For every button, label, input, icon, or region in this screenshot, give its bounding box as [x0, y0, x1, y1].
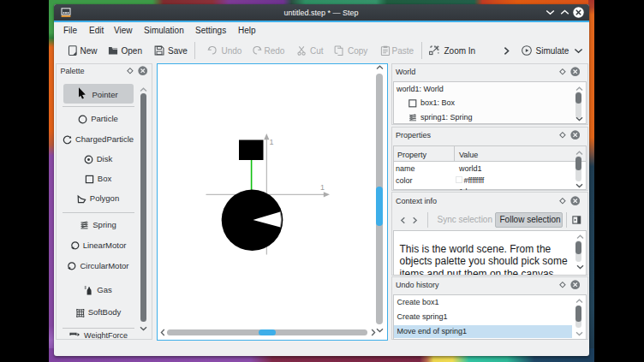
svg-text:1: 1	[320, 182, 325, 191]
svg-text:1: 1	[270, 137, 274, 145]
